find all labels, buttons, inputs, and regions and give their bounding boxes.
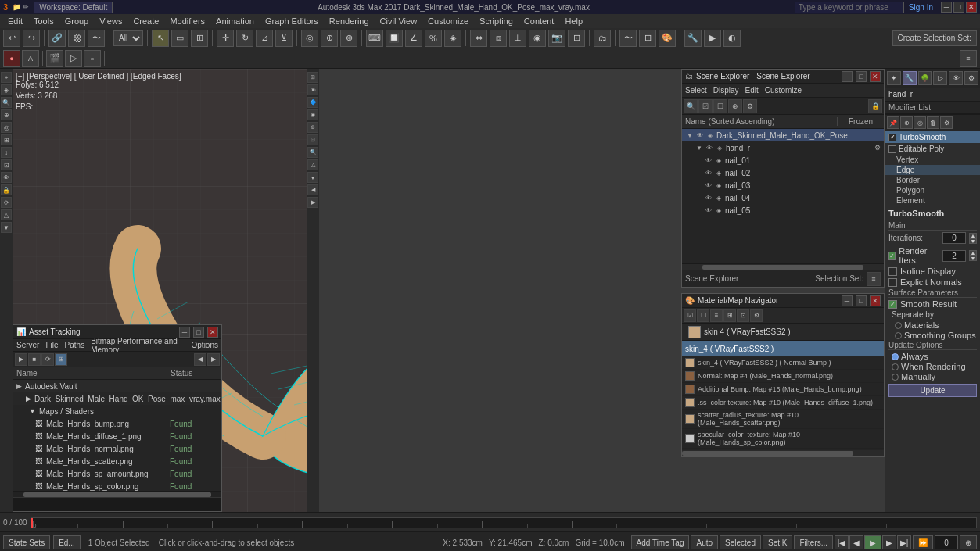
- smooth-result-checkbox[interactable]: ✓: [888, 300, 897, 309]
- lt-btn1[interactable]: +: [1, 72, 12, 83]
- place-highlight-button[interactable]: ◉: [529, 30, 546, 47]
- render-iters-checkbox[interactable]: ✓: [888, 252, 896, 260]
- menu-scripting[interactable]: Scripting: [475, 16, 518, 27]
- at-maximize-btn[interactable]: □: [193, 327, 204, 338]
- vrt-btn3[interactable]: 🔷: [307, 97, 318, 108]
- list-item[interactable]: ▼ 👁 ◈ Dark_Skinned_Male_Hand_OK_Pose: [682, 129, 884, 141]
- list-item[interactable]: 🖼 Male_Hands_normal.png Found: [13, 442, 221, 455]
- at-btn1[interactable]: ▶: [15, 353, 27, 366]
- ri-spinner-down[interactable]: ▼: [969, 256, 977, 261]
- hierarchy-tab[interactable]: 🌳: [918, 71, 932, 85]
- percent-snap-button[interactable]: %: [425, 30, 442, 47]
- play-back-btn[interactable]: |◀: [835, 535, 849, 549]
- quick-render-button[interactable]: ▷: [65, 50, 82, 67]
- vrt-btn5[interactable]: ⊕: [307, 122, 318, 133]
- navigate-btn[interactable]: ⊕: [960, 535, 977, 549]
- create-tab[interactable]: ✦: [887, 71, 901, 85]
- vrt-btn9[interactable]: ▼: [307, 172, 318, 183]
- lt-btn10[interactable]: 🔒: [1, 184, 12, 195]
- object-name-field[interactable]: hand_r: [885, 88, 980, 102]
- list-item[interactable]: ▶ Dark_Skinned_Male_Hand_OK_Pose_max_vra…: [13, 392, 221, 405]
- mn-select-all-btn[interactable]: ☑: [684, 309, 696, 322]
- undo-button[interactable]: ↩: [3, 30, 20, 47]
- smoothing-groups-radio[interactable]: [895, 332, 902, 339]
- se-close-button[interactable]: ✕: [870, 71, 881, 82]
- move-button[interactable]: ✛: [217, 30, 234, 47]
- delete-mod-btn[interactable]: 🗑: [927, 116, 939, 129]
- list-item[interactable]: 👁 ◈ nail_04: [682, 191, 884, 204]
- se-menu-display[interactable]: Display: [713, 86, 739, 95]
- list-item[interactable]: 👁 ◈ nail_03: [682, 179, 884, 191]
- vrt-btn10[interactable]: ◀: [307, 184, 318, 195]
- at-prev-btn[interactable]: ◀: [194, 353, 206, 366]
- mat-nav-maximize-btn[interactable]: □: [856, 295, 867, 306]
- modify-tab[interactable]: 🔧: [903, 71, 917, 85]
- list-item[interactable]: specular_color_texture: Map #10 (Male_Ha…: [682, 429, 884, 449]
- render-icon[interactable]: ◈: [705, 131, 715, 140]
- lt-btn13[interactable]: ▼: [1, 222, 12, 233]
- render-icon[interactable]: ◈: [714, 181, 723, 190]
- isoline-checkbox[interactable]: [888, 267, 897, 276]
- iterations-input[interactable]: [942, 232, 966, 244]
- mn-thumbnail-btn[interactable]: ⊞: [723, 309, 736, 322]
- list-item[interactable]: 🖼 Male_Hands_scatter.png Found: [13, 455, 221, 467]
- layer-button[interactable]: 🗂: [594, 30, 611, 47]
- motion-tab[interactable]: ▷: [933, 71, 947, 85]
- maximize-button[interactable]: □: [953, 2, 964, 13]
- mn-deselect-btn[interactable]: ☐: [697, 309, 709, 322]
- vrt-btn4[interactable]: ◉: [307, 109, 318, 120]
- list-item[interactable]: skin_4 ( VRayFastSSS2 ) ( Normal Bump ): [682, 356, 884, 370]
- lt-btn9[interactable]: 👁: [1, 172, 12, 183]
- at-menu-file[interactable]: File: [45, 341, 58, 349]
- se-select-all-btn[interactable]: ☑: [698, 99, 713, 113]
- select-center-button[interactable]: ⊕: [321, 30, 338, 47]
- lt-btn3[interactable]: 🔍: [1, 97, 12, 108]
- vrt-btn7[interactable]: 🔍: [307, 147, 318, 158]
- list-item[interactable]: 👁 ◈ nail_01: [682, 154, 884, 166]
- spinner-snap-button[interactable]: ◈: [444, 30, 461, 47]
- menu-edit[interactable]: Edit: [3, 16, 27, 27]
- manually-radio[interactable]: [892, 374, 899, 381]
- visibility-icon[interactable]: 👁: [704, 193, 713, 202]
- selection-set-button[interactable]: Create Selection Set:: [892, 30, 978, 46]
- selected-btn[interactable]: Selected: [720, 535, 761, 549]
- render-icon[interactable]: ◈: [715, 143, 724, 152]
- lt-btn7[interactable]: ↕: [1, 147, 12, 158]
- list-item[interactable]: 🖼 Male_Hands_sp_color.png Found: [13, 480, 221, 491]
- align-button[interactable]: ⧈: [490, 30, 507, 47]
- list-item[interactable]: 🖼 Male_Hands_diffuse_1.png Found: [13, 430, 221, 442]
- se-deselect-btn[interactable]: ☐: [713, 99, 727, 113]
- set-key-button[interactable]: ●: [3, 50, 20, 67]
- se-menu-select[interactable]: Select: [685, 86, 707, 95]
- normal-align-button[interactable]: ⊥: [509, 30, 526, 47]
- spinner-up[interactable]: ▲: [969, 233, 977, 238]
- align-camera-button[interactable]: 📷: [548, 30, 565, 47]
- mod-visible-checkbox[interactable]: ✓: [888, 134, 896, 141]
- render-icon[interactable]: ◈: [714, 168, 723, 177]
- set-key-btn[interactable]: Set K: [763, 535, 792, 549]
- menu-modifiers[interactable]: Modifiers: [165, 16, 210, 27]
- workspace-button[interactable]: Workspace: Default: [34, 2, 113, 13]
- vrt-btn8[interactable]: △: [307, 159, 318, 170]
- list-item[interactable]: .ss_color texture: Map #10 (Male_Hands_d…: [682, 396, 884, 410]
- utilities-tab[interactable]: ⚙: [964, 71, 978, 85]
- menu-civil-view[interactable]: Civil View: [375, 16, 422, 27]
- se-invert-btn[interactable]: ⊕: [728, 99, 742, 113]
- visibility-icon[interactable]: 👁: [695, 131, 705, 140]
- visibility-icon[interactable]: 👁: [705, 143, 714, 152]
- render-scene-button[interactable]: 🎬: [46, 50, 63, 67]
- se-toggle-btn[interactable]: ≡: [867, 272, 881, 286]
- search-input[interactable]: [795, 2, 904, 13]
- menu-animation[interactable]: Animation: [211, 16, 259, 27]
- skin-swatch[interactable]: [688, 326, 701, 338]
- menu-group[interactable]: Group: [60, 16, 94, 27]
- se-minimize-button[interactable]: ─: [842, 71, 853, 82]
- sign-in-link[interactable]: Sign In: [909, 3, 933, 12]
- list-item[interactable]: 🖼 Male_Hands_sp_amount.png Found: [13, 467, 221, 480]
- scrollbar-thumb[interactable]: [23, 492, 210, 497]
- prev-frame-btn[interactable]: ◀: [849, 535, 863, 549]
- list-item[interactable]: Additional Bump: Map #15 (Male_Hands_bum…: [682, 383, 884, 396]
- minimize-button[interactable]: ─: [941, 2, 952, 13]
- placement-button[interactable]: ⊻: [275, 30, 293, 47]
- modifier-subitem-element[interactable]: Element: [885, 195, 980, 206]
